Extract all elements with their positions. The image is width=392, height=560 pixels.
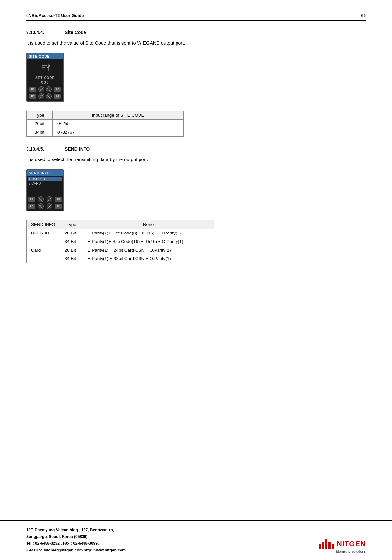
device-f2-sendinfo[interactable]: F2 bbox=[55, 197, 62, 202]
section-number-2: 3.10.4.5. bbox=[26, 146, 56, 152]
device-plus-btn-sitecode[interactable]: + bbox=[46, 86, 52, 92]
address-line2: Songpa-gu, Seoul, Korea (05836) bbox=[26, 533, 126, 540]
device-f4-sitecode[interactable]: F4 bbox=[54, 94, 61, 99]
header-title: eNBioAccess-T2 User Guide bbox=[26, 13, 84, 18]
address-line4: E-Mail :customer@nitgen.com http://www.n… bbox=[26, 547, 126, 553]
send-row2-info bbox=[27, 237, 60, 246]
table-row: 26bit 0~255 bbox=[27, 119, 184, 128]
device-f3-sitecode[interactable]: F3 bbox=[29, 94, 36, 99]
device-btn-row-2-sitecode: F3 ▼ ▲ F4 bbox=[29, 93, 61, 99]
device-minus-btn-sitecode[interactable]: − bbox=[38, 86, 44, 92]
address-url-link[interactable]: http://www.nitgen.com bbox=[84, 548, 126, 552]
send-row2-type: 34 Bit bbox=[60, 237, 83, 246]
device-menu-item-userid[interactable]: 1.USER ID bbox=[28, 177, 62, 181]
send-row4-info bbox=[27, 254, 60, 263]
device-body-sitecode: SET CODE 000 F1 − + F2 F3 bbox=[27, 59, 63, 101]
site-code-table: Type Input range of SITE CODE 26bit 0~25… bbox=[26, 111, 184, 137]
table-row: 34bit 0~32767 bbox=[27, 128, 184, 136]
page: eNBioAccess-T2 User Guide 66 3.10.4.4. S… bbox=[0, 0, 392, 560]
send-row4-type: 34 Bit bbox=[60, 254, 83, 263]
site-code-device-ui: SITE CODE SET CODE 000 F1 − bbox=[26, 53, 64, 102]
device-up-btn-sitecode[interactable]: ▲ bbox=[46, 93, 52, 99]
device-minus-btn-sendinfo[interactable]: − bbox=[38, 196, 44, 202]
section-desc-2: It is used to select the transmitting da… bbox=[26, 156, 366, 163]
device-up-btn-sendinfo[interactable]: ▲ bbox=[47, 203, 52, 209]
send-table-col3-header: None bbox=[83, 220, 214, 229]
site-table-col2-header: Input range of SITE CODE bbox=[53, 111, 184, 119]
send-row3-info: Card bbox=[27, 246, 60, 254]
send-row1-none: E.Parity(1)+ Site Code(8) + ID(16) + O.P… bbox=[83, 229, 214, 237]
site-table-col1-header: Type bbox=[27, 111, 53, 119]
address-email-label: E-Mail :customer@nitgen.com bbox=[26, 548, 83, 552]
device-f4-sendinfo[interactable]: F4 bbox=[55, 204, 62, 209]
section-desc-1: It is used to set the value of Site Code… bbox=[26, 40, 366, 47]
table-row: USER ID 26 Bit E.Parity(1)+ Site Code(8)… bbox=[27, 229, 214, 237]
device-body-sendinfo: 1.USER ID 2.CARD F1 − + F2 F3 bbox=[27, 176, 63, 211]
table-row: Card 26 Bit E.Parity(1) + 24bit Card CSN… bbox=[27, 246, 214, 254]
site-row1-range: 0~255 bbox=[53, 119, 184, 128]
device-down-btn-sendinfo[interactable]: ▼ bbox=[38, 203, 44, 209]
address-line1: 12F, Daemyung Valeon bldg., 127, Beobwon… bbox=[26, 527, 126, 533]
device-menu-item-card[interactable]: 2.CARD bbox=[28, 181, 62, 186]
send-table-col2-header: Type bbox=[60, 220, 83, 229]
device-down-btn-sitecode[interactable]: ▼ bbox=[38, 93, 44, 99]
send-row3-none: E.Parity(1) + 24bit Card CSN + O.Parity(… bbox=[83, 246, 214, 254]
section-title-1: Site Code bbox=[65, 30, 86, 35]
send-row2-none: E.Parity(1)+ Site Code(16) + ID(16) + O.… bbox=[83, 237, 214, 246]
footer-logo: NITGEN biometric solutions bbox=[319, 539, 366, 553]
svg-marker-3 bbox=[47, 65, 50, 68]
site-row2-range: 0~32767 bbox=[53, 128, 184, 136]
send-row4-none: E.Parity(1) + 32bit Card CSN + O.Parity(… bbox=[83, 254, 214, 263]
send-row1-type: 26 Bit bbox=[60, 229, 83, 237]
device-f3-sendinfo[interactable]: F3 bbox=[28, 204, 35, 209]
biometric-tagline: biometric solutions bbox=[336, 550, 366, 553]
site-row2-type: 34bit bbox=[27, 128, 53, 136]
device-plus-btn-sendinfo[interactable]: + bbox=[47, 196, 52, 202]
device-sub-label-sitecode: SET CODE bbox=[35, 76, 55, 80]
footer-address: 12F, Daemyung Valeon bldg., 127, Beobwon… bbox=[26, 527, 126, 553]
send-table-col1-header: SEND INFO bbox=[27, 220, 60, 229]
send-row3-type: 26 Bit bbox=[60, 246, 83, 254]
device-btn-row-1-sendinfo: F1 − + F2 bbox=[28, 196, 62, 202]
edit-icon bbox=[39, 63, 51, 74]
device-title-bar-sendinfo: SEND INFO bbox=[27, 170, 63, 176]
section-title-2: SEND INFO bbox=[65, 146, 90, 152]
section-heading-1: 3.10.4.4. Site Code bbox=[26, 30, 366, 35]
section-number-1: 3.10.4.4. bbox=[26, 30, 56, 35]
send-info-table: SEND INFO Type None USER ID 26 Bit E.Par… bbox=[26, 220, 214, 263]
device-btn-row-1-sitecode: F1 − + F2 bbox=[29, 86, 61, 92]
svg-line-4 bbox=[47, 68, 47, 68]
send-row1-info: USER ID bbox=[27, 229, 60, 237]
device-f1-sitecode[interactable]: F1 bbox=[29, 87, 36, 92]
table-row: 34 Bit E.Parity(1)+ Site Code(16) + ID(1… bbox=[27, 237, 214, 246]
section-heading-2: 3.10.4.5. SEND INFO bbox=[26, 146, 366, 152]
send-info-device-ui: SEND INFO 1.USER ID 2.CARD F1 − + F2 bbox=[26, 169, 64, 211]
device-f2-sitecode[interactable]: F2 bbox=[54, 87, 61, 92]
brand-name: NITGEN bbox=[337, 540, 366, 548]
site-row1-type: 26bit bbox=[27, 119, 53, 128]
footer: 12F, Daemyung Valeon bldg., 127, Beobwon… bbox=[0, 520, 392, 560]
nitgen-bars-icon bbox=[319, 539, 334, 549]
page-header: eNBioAccess-T2 User Guide 66 bbox=[26, 13, 366, 21]
address-line3: Tel : 02-6488-3232 , Fax : 02-6488-3099, bbox=[26, 540, 126, 547]
nitgen-logo: NITGEN bbox=[319, 539, 366, 549]
header-page-number: 66 bbox=[361, 13, 366, 18]
device-title-bar-sitecode: SITE CODE bbox=[27, 53, 63, 59]
device-btn-row-2-sendinfo: F3 ▼ ▲ F4 bbox=[28, 203, 62, 209]
device-value-sitecode: 000 bbox=[41, 80, 49, 84]
table-row: 34 Bit E.Parity(1) + 32bit Card CSN + O.… bbox=[27, 254, 214, 263]
device-f1-sendinfo[interactable]: F1 bbox=[28, 197, 35, 202]
